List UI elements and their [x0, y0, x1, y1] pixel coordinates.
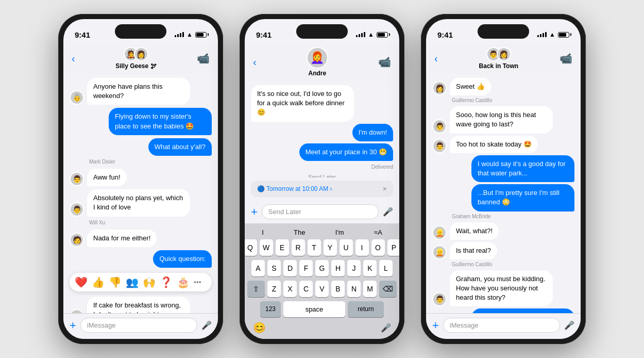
key-backspace[interactable]: ⌫ — [379, 281, 397, 297]
emoji-cake[interactable]: 🎂 — [177, 276, 190, 288]
avatar-msg-3b: 👨 — [432, 119, 447, 134]
mic-button-2[interactable]: 🎤 — [383, 207, 393, 217]
status-icons-2: ▲ — [356, 31, 388, 38]
mic-button-1[interactable]: 🎤 — [201, 320, 212, 330]
send-later-close[interactable]: × — [383, 185, 387, 193]
key-s[interactable]: S — [267, 260, 281, 276]
key-t[interactable]: T — [308, 239, 321, 256]
emoji-keyboard-button[interactable]: 😊 — [253, 321, 266, 334]
key-x[interactable]: X — [283, 281, 297, 297]
key-g[interactable]: G — [315, 260, 329, 276]
key-d[interactable]: D — [283, 260, 297, 276]
key-z[interactable]: Z — [267, 281, 281, 297]
bubble-3-7: Graham, you must be kidding. How have yo… — [450, 270, 553, 307]
sender-graham: Graham McBride — [452, 214, 574, 219]
keyboard-2: I The I'm ≈A Q W E R T Y U I O — [245, 223, 399, 339]
suggestion-i[interactable]: I — [262, 229, 264, 236]
bubble-3-3: I would say it's a good day for that wat… — [471, 155, 574, 182]
input-bar-3: + iMessage 🎤 — [426, 313, 581, 339]
bubble-1-2: Flying down to my sister's place to see … — [109, 108, 212, 135]
bubble-3-5: Wait, what?! — [450, 222, 499, 240]
key-return[interactable]: return — [348, 301, 384, 317]
time-2: 9:41 — [256, 30, 272, 39]
msg-3-8: It's very real. Turns out the water slid… — [432, 308, 574, 313]
key-q[interactable]: Q — [245, 239, 257, 256]
msg-1-8: 👴 If cake for breakfast is wrong, I don'… — [70, 297, 212, 313]
mic-keyboard-button[interactable]: 🎤 — [381, 323, 391, 333]
bubble-1-5: Absolutely no plans yet, which I kind of… — [87, 189, 190, 216]
emoji-bar-1[interactable]: ❤️ 👍 👎 👥 🙌 ❓ 🎂 ••• — [70, 273, 212, 291]
suggestion-format[interactable]: ≈A — [374, 229, 382, 236]
bubble-1-4: Aww fun! — [87, 169, 127, 186]
battery-icon-1 — [195, 32, 207, 38]
key-f[interactable]: F — [299, 260, 313, 276]
avatar-msg-3d: 👱 — [432, 225, 447, 240]
phone-1: 9:41 ▲ ‹ — [58, 14, 223, 344]
keyboard-rows: Q W E R T Y U I O P A S D — [247, 239, 397, 317]
nav-title-2[interactable]: Andre — [308, 70, 326, 77]
key-e[interactable]: E — [276, 239, 289, 256]
key-b[interactable]: B — [331, 281, 345, 297]
key-n[interactable]: N — [347, 281, 361, 297]
keyboard-suggestions: I The I'm ≈A — [247, 226, 397, 239]
key-shift[interactable]: ⇧ — [247, 281, 265, 297]
key-space[interactable]: space — [283, 301, 345, 317]
key-i[interactable]: I — [355, 239, 369, 256]
emoji-people[interactable]: 👥 — [126, 276, 139, 288]
message-input-3[interactable]: iMessage — [443, 318, 560, 333]
emoji-heart[interactable]: ❤️ — [75, 276, 88, 288]
phones-container: 9:41 ▲ ‹ — [48, 4, 596, 354]
add-button-3[interactable]: + — [432, 319, 439, 332]
nav-bar-3: ‹ 👨 👩 Back in Town 📹 — [426, 45, 581, 74]
video-button-2[interactable]: 📹 — [378, 56, 391, 68]
add-button-1[interactable]: + — [70, 319, 76, 332]
msg-1-6: 🧑 Nada for me either! — [70, 230, 212, 247]
key-m[interactable]: M — [363, 281, 377, 297]
suggestion-the[interactable]: The — [294, 229, 305, 236]
emoji-clap[interactable]: 🙌 — [143, 276, 156, 288]
phone-2: 9:41 ▲ ‹ 👩‍🦰 — [240, 14, 404, 344]
bubble-3-1: Sooo, how long is this heat wave going t… — [450, 106, 553, 133]
emoji-question[interactable]: ❓ — [160, 276, 173, 288]
nav-avatars-1: 🧑‍🎤 👩 — [124, 47, 148, 61]
nav-title-1[interactable]: Silly Geese 🕊 — [115, 62, 156, 70]
emoji-more[interactable]: ••• — [194, 278, 201, 286]
back-button-2[interactable]: ‹ — [253, 56, 257, 68]
key-y[interactable]: Y — [324, 239, 337, 256]
messages-area-3: 👩 Sweet 👍 Guillermo Castillo 👨 Sooo, how… — [426, 74, 581, 313]
key-l[interactable]: L — [379, 260, 393, 276]
emoji-thumbsdown[interactable]: 👎 — [109, 276, 122, 288]
suggestion-im[interactable]: I'm — [335, 229, 344, 236]
key-u[interactable]: U — [340, 239, 353, 256]
mic-button-3[interactable]: 🎤 — [564, 320, 574, 330]
bubble-1-7: Quick question: — [153, 250, 212, 268]
key-a[interactable]: A — [251, 260, 265, 276]
key-o[interactable]: O — [371, 239, 385, 256]
message-input-1[interactable]: iMessage — [80, 318, 197, 333]
video-button-3[interactable]: 📹 — [560, 52, 572, 64]
add-button-2[interactable]: + — [251, 205, 258, 219]
key-r[interactable]: R — [292, 239, 305, 256]
key-k[interactable]: K — [363, 260, 377, 276]
back-button-3[interactable]: ‹ — [434, 53, 438, 64]
key-123[interactable]: 123 — [260, 301, 281, 317]
msg-1-5: 👨 Absolutely no plans yet, which I kind … — [70, 189, 212, 216]
dynamic-island-1 — [115, 24, 166, 39]
nav-title-3[interactable]: Back in Town — [479, 62, 518, 70]
send-later-time[interactable]: 🔵 Tomorrow at 10:00 AM › — [257, 185, 332, 192]
avatar-andre: 👩‍🦰 — [307, 47, 328, 69]
key-c[interactable]: C — [299, 281, 313, 297]
send-later-field[interactable]: Send Later — [262, 204, 379, 219]
video-button-1[interactable]: 📹 — [197, 52, 210, 64]
key-v[interactable]: V — [315, 281, 329, 297]
back-button-1[interactable]: ‹ — [72, 53, 75, 64]
phone-3-screen: 9:41 ▲ ‹ — [426, 19, 581, 339]
key-j[interactable]: J — [347, 260, 361, 276]
msg-3-2: 👨 Too hot to skate today 🤩 — [432, 136, 574, 153]
emoji-thumbsup[interactable]: 👍 — [92, 276, 105, 288]
key-h[interactable]: H — [331, 260, 345, 276]
bubble-3-4: ...But I'm pretty sure I'm still banned … — [471, 184, 574, 211]
key-w[interactable]: W — [260, 239, 273, 256]
wifi-icon-1: ▲ — [187, 31, 193, 38]
key-p[interactable]: P — [387, 239, 400, 256]
